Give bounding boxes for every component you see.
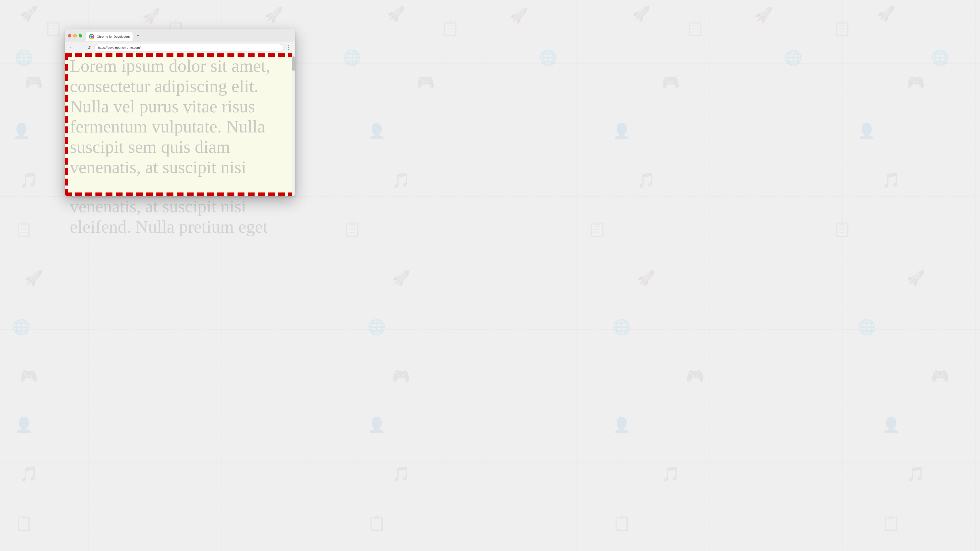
bg-icon-16: 🌐 — [539, 49, 557, 67]
bg-icon-15: 🌐 — [343, 49, 361, 67]
bg-icon-35: 🚀 — [24, 269, 43, 287]
bg-icon-38: 🚀 — [907, 269, 925, 287]
bg-icon-46: 🎮 — [931, 367, 950, 385]
bg-icon-13: 📋 — [833, 20, 851, 37]
below-line-2: eleifend. Nulla pretium eget — [70, 217, 290, 237]
bg-icon-18: 🌐 — [931, 49, 950, 67]
bg-icon-21: 🎮 — [662, 73, 680, 91]
bg-icon-51: 🎵 — [20, 465, 38, 483]
lorem-line-1: Lorem ipsum dolor sit amet, — [70, 56, 290, 76]
bg-icon-52: 🎵 — [392, 465, 410, 483]
bg-icon-4: 🚀 — [387, 5, 406, 22]
bg-icon-9: 📋 — [44, 20, 62, 37]
bg-icon-24: 👤 — [368, 122, 386, 140]
bg-icon-55: 📋 — [15, 514, 33, 532]
bg-icon-34: 📋 — [833, 221, 851, 238]
bg-icon-49: 👤 — [612, 416, 631, 434]
lorem-ipsum-text: Lorem ipsum dolor sit amet, consectetur … — [70, 56, 290, 178]
bg-icon-42: 🌐 — [858, 318, 876, 336]
address-bar[interactable]: https://developer.chrome.com/ — [94, 44, 283, 51]
bg-icon-27: 🎵 — [20, 171, 38, 189]
browser-tab[interactable]: Chrome for Developers — [86, 32, 132, 41]
bg-icon-48: 👤 — [368, 416, 386, 434]
bg-icon-17: 🌐 — [784, 49, 802, 67]
bg-icon-39: 🌐 — [12, 318, 30, 336]
bg-icon-47: 👤 — [15, 416, 33, 434]
reload-icon: ↺ — [88, 46, 91, 50]
scrollbar-thumb[interactable] — [292, 56, 295, 71]
maximize-button[interactable] — [79, 34, 82, 38]
bg-icon-53: 🎵 — [662, 465, 680, 483]
bg-icon-3: 🚀 — [265, 6, 283, 24]
scrollbar[interactable] — [292, 53, 295, 196]
lorem-line-6: venenatis, at suscipit nisi — [70, 157, 290, 178]
url-text: https://developer.chrome.com/ — [98, 46, 141, 49]
bg-icon-31: 📋 — [15, 221, 33, 238]
bg-icon-57: 📋 — [612, 514, 631, 532]
bg-icon-32: 📋 — [343, 221, 361, 238]
bg-icon-14: 🌐 — [15, 49, 33, 67]
lorem-line-5: suscipit sem quis diam — [70, 137, 290, 157]
bg-icon-12: 📋 — [686, 20, 705, 37]
bg-icon-41: 🌐 — [612, 318, 631, 336]
bg-icon-58: 📋 — [882, 514, 900, 532]
bg-icon-36: 🚀 — [392, 269, 410, 287]
new-tab-button[interactable]: + — [135, 32, 142, 39]
bg-icon-28: 🎵 — [392, 171, 410, 189]
bg-icon-56: 📋 — [368, 514, 386, 532]
bg-icon-50: 👤 — [882, 416, 900, 434]
below-line-1: venenatis, at suscipit nisi — [70, 196, 290, 217]
bg-icon-23: 👤 — [12, 122, 30, 140]
back-button[interactable]: ← — [68, 44, 75, 51]
browser-menu-button[interactable] — [285, 44, 292, 51]
minimize-button[interactable] — [73, 34, 77, 38]
menu-dot-1 — [288, 45, 290, 46]
bg-icon-29: 🎵 — [637, 171, 655, 189]
forward-button[interactable]: → — [77, 44, 84, 51]
bg-icon-20: 🎮 — [417, 73, 435, 91]
traffic-lights — [68, 34, 82, 38]
bg-icon-8: 🚀 — [877, 5, 896, 22]
chrome-favicon — [89, 34, 94, 40]
browser-toolbar: ← → ↺ https://developer.chrome.com/ — [65, 42, 295, 53]
bg-icon-11: 📋 — [441, 20, 460, 37]
lorem-line-2: consectetur adipiscing elit. — [70, 76, 290, 97]
lorem-line-4: fermentum vulputate. Nulla — [70, 117, 290, 137]
forward-arrow-icon: → — [78, 46, 82, 50]
bg-icon-2: 🚀 — [142, 7, 161, 25]
bg-icon-6: 🚀 — [632, 5, 651, 22]
close-button[interactable] — [68, 34, 71, 38]
bg-icon-7: 🚀 — [755, 6, 773, 24]
bg-icon-40: 🌐 — [368, 318, 386, 336]
bg-icon-26: 👤 — [858, 122, 876, 140]
bg-icon-33: 📋 — [588, 221, 606, 238]
title-bar: Chrome for Developers + — [65, 29, 295, 42]
bg-icon-43: 🎮 — [20, 367, 38, 385]
back-arrow-icon: ← — [69, 46, 73, 50]
bg-icon-37: 🚀 — [637, 269, 655, 287]
menu-dot-3 — [288, 49, 290, 50]
menu-dot-2 — [288, 47, 290, 48]
bg-icon-22: 🎮 — [907, 73, 925, 91]
bg-icon-44: 🎮 — [392, 367, 410, 385]
reload-button[interactable]: ↺ — [86, 44, 92, 51]
bg-icon-54: 🎵 — [907, 465, 925, 483]
bg-icon-30: 🎵 — [882, 171, 900, 189]
bg-icon-19: 🎮 — [24, 73, 43, 91]
below-fold-text: venenatis, at suscipit nisi eleifend. Nu… — [65, 196, 295, 237]
browser-window: Chrome for Developers + ← → ↺ https://de… — [65, 29, 295, 196]
bg-icon-25: 👤 — [612, 122, 631, 140]
lorem-line-3: Nulla vel purus vitae risus — [70, 97, 290, 117]
bg-icon-45: 🎮 — [686, 367, 705, 385]
tab-title: Chrome for Developers — [97, 35, 130, 38]
bg-icon-1: 🚀 — [20, 5, 38, 22]
bg-icon-5: 🚀 — [510, 7, 528, 24]
page-content: Lorem ipsum dolor sit amet, consectetur … — [65, 53, 295, 196]
